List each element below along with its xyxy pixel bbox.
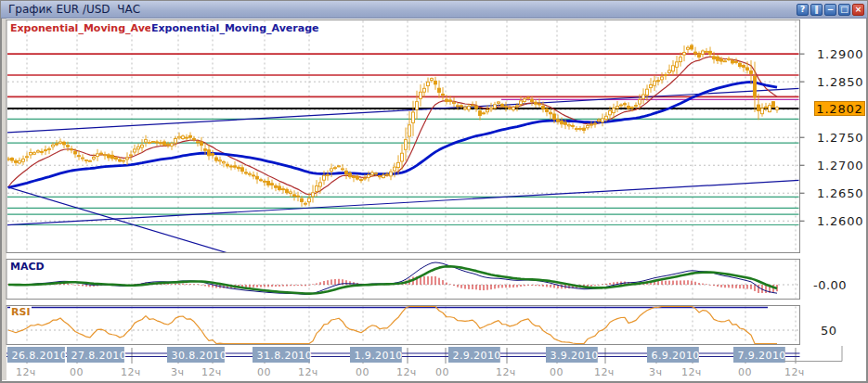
price-axis-label: 1.2850	[817, 75, 863, 89]
price-axis: 1.29001.28501.27501.27001.26501.2600	[800, 47, 864, 228]
date-label: 26.8.2010	[12, 350, 68, 362]
time-label: 12ч	[784, 366, 805, 378]
macd-pane[interactable]	[6, 260, 800, 300]
chart-canvas[interactable]: 1.29001.28501.27501.27001.26501.260026.8…	[0, 0, 868, 383]
date-label: 31.8.2010	[257, 350, 313, 362]
time-label: 00	[70, 366, 84, 378]
time-label: 3ч	[171, 366, 184, 378]
time-label: 12ч	[396, 366, 417, 378]
close-icon[interactable]: ×	[852, 4, 864, 16]
date-label: 30.8.2010	[172, 350, 227, 362]
rsi-axis-value: 50	[821, 324, 837, 338]
date-label: 27.8.2010	[71, 350, 127, 362]
date-label: 7.9.2010	[738, 350, 786, 362]
time-label: 00	[738, 366, 752, 378]
date-label: 3.9.2010	[551, 350, 599, 362]
time-label: 12ч	[298, 366, 318, 378]
price-axis-label: 1.2650	[817, 186, 863, 200]
price-axis-label: 1.2750	[817, 131, 863, 145]
macd-axis-value: -0.00	[813, 278, 847, 292]
time-label: 00	[356, 366, 369, 378]
window-buttons: ? ‖ − □ ×	[797, 4, 867, 16]
price-axis-label: 1.2700	[817, 159, 863, 172]
rsi-pane-label: RSI	[10, 306, 32, 318]
date-label: 1.9.2010	[355, 350, 403, 362]
time-label: 12ч	[121, 366, 141, 378]
time-label: 00	[435, 366, 449, 378]
time-label: 12ч	[681, 366, 702, 378]
time-axis: 26.8.201027.8.201030.8.201031.8.20101.9.…	[6, 346, 842, 378]
time-label: 00	[257, 366, 271, 378]
price-axis-label: 1.2900	[817, 47, 863, 61]
time-label: 12ч	[496, 366, 516, 378]
minimize-button[interactable]: −	[824, 4, 836, 16]
chart-window: 1.29001.28501.27501.27001.26501.260026.8…	[0, 0, 868, 383]
window-title: График EUR /USD ЧАС	[1, 3, 797, 16]
time-label: 00	[550, 366, 564, 378]
macd-pane-label: MACD	[9, 261, 45, 273]
time-label: 12ч	[16, 366, 36, 378]
maximize-button[interactable]: □	[838, 4, 850, 16]
current-price-badge: 1.2802	[814, 101, 865, 116]
time-label: 12ч	[201, 366, 222, 378]
time-label: 3ч	[649, 366, 662, 378]
legend-ema-slow: Exponential_Moving_Average	[150, 22, 319, 34]
date-label: 2.9.2010	[453, 350, 501, 362]
tile-button[interactable]: ‖	[810, 4, 823, 16]
help-button[interactable]: ?	[797, 4, 809, 16]
price-axis-label: 1.2600	[817, 214, 863, 228]
time-label: 12ч	[594, 366, 615, 378]
date-label: 6.9.2010	[652, 350, 700, 362]
titlebar[interactable]: График EUR /USD ЧАС ? ‖ − □ ×	[1, 1, 867, 19]
